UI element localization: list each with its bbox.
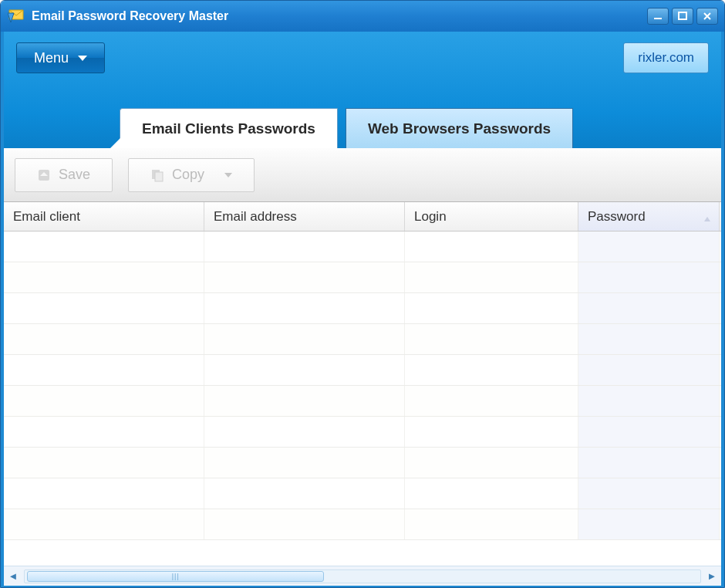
scroll-track[interactable]: ||| <box>24 569 701 583</box>
table-cell <box>204 324 405 354</box>
content-area: Save Copy Email clientEmail addressLogin… <box>1 148 724 588</box>
chevron-down-icon <box>78 56 87 61</box>
table-cell <box>405 417 578 447</box>
scroll-right-button[interactable]: ► <box>703 567 721 586</box>
site-link-label: rixler.com <box>638 50 694 66</box>
table-cell <box>405 448 578 478</box>
table-header: Email clientEmail addressLoginPassword <box>4 202 721 231</box>
table-row[interactable] <box>4 262 721 293</box>
table-cell <box>204 231 405 262</box>
table-cell <box>578 478 720 509</box>
chevron-down-icon <box>224 173 232 177</box>
column-header[interactable]: Login <box>405 202 578 231</box>
svg-marker-8 <box>704 217 710 221</box>
toolbar: Save Copy <box>4 148 721 202</box>
app-window: Email Password Recovery Master Menu rixl… <box>0 0 725 588</box>
table-cell <box>578 448 720 478</box>
column-header[interactable]: Email address <box>204 202 405 231</box>
table-cell <box>405 324 578 354</box>
table-cell <box>405 386 578 416</box>
table-cell <box>578 386 720 416</box>
scroll-left-button[interactable]: ◄ <box>4 567 22 586</box>
table-cell <box>578 231 720 262</box>
grip-icon: ||| <box>172 573 180 580</box>
table-cell <box>4 509 204 539</box>
table-cell <box>578 509 720 539</box>
window-title: Email Password Recovery Master <box>32 9 647 23</box>
column-header[interactable]: Email client <box>4 202 204 231</box>
table-cell <box>204 262 405 292</box>
site-link-button[interactable]: rixler.com <box>623 42 709 73</box>
table-cell <box>405 262 578 292</box>
titlebar: Email Password Recovery Master <box>1 1 724 32</box>
save-icon <box>37 168 51 182</box>
svg-rect-2 <box>654 18 662 19</box>
table-cell <box>204 355 405 385</box>
table-cell <box>4 448 204 478</box>
table-cell <box>578 293 720 323</box>
table-cell <box>405 231 578 262</box>
table-row[interactable] <box>4 448 721 478</box>
sort-indicator-icon <box>703 211 711 227</box>
table-row[interactable] <box>4 293 721 324</box>
close-button[interactable] <box>696 8 718 25</box>
tab-label: Web Browsers Passwords <box>368 120 551 137</box>
table-cell <box>578 262 720 292</box>
table-cell <box>4 417 204 447</box>
table-row[interactable] <box>4 386 721 417</box>
table-cell <box>405 509 578 539</box>
titlebar-controls <box>647 8 718 25</box>
table-cell <box>405 478 578 509</box>
table-cell <box>578 324 720 354</box>
scroll-thumb[interactable]: ||| <box>27 571 324 582</box>
table-cell <box>4 262 204 292</box>
table-cell <box>4 355 204 385</box>
header-panel: Menu rixler.com Email Clients Passwords … <box>1 32 724 148</box>
table-cell <box>578 355 720 385</box>
table-cell <box>204 478 405 509</box>
svg-rect-3 <box>679 12 686 19</box>
table-cell <box>204 293 405 323</box>
column-header[interactable]: Password <box>578 202 720 231</box>
tab-label: Email Clients Passwords <box>142 120 315 137</box>
table-cell <box>4 231 204 262</box>
table-row[interactable] <box>4 324 721 355</box>
menu-button[interactable]: Menu <box>16 42 105 73</box>
save-button-label: Save <box>59 167 90 183</box>
app-icon <box>7 7 25 25</box>
copy-icon <box>150 168 164 182</box>
tab-row: Email Clients Passwords Web Browsers Pas… <box>120 108 573 148</box>
table-row[interactable] <box>4 478 721 509</box>
tab-web-browsers[interactable]: Web Browsers Passwords <box>346 108 573 148</box>
table-row[interactable] <box>4 231 721 262</box>
table-cell <box>4 386 204 416</box>
table-cell <box>405 355 578 385</box>
svg-rect-7 <box>155 172 163 181</box>
table-cell <box>204 417 405 447</box>
table-cell <box>204 386 405 416</box>
table-row[interactable] <box>4 509 721 540</box>
copy-button-label: Copy <box>172 167 204 183</box>
copy-button[interactable]: Copy <box>128 158 255 192</box>
table-row[interactable] <box>4 417 721 448</box>
table-cell <box>578 417 720 447</box>
maximize-button[interactable] <box>672 8 693 25</box>
table-cell <box>4 478 204 509</box>
tab-email-clients[interactable]: Email Clients Passwords <box>120 108 338 148</box>
menu-button-label: Menu <box>34 50 69 66</box>
table-body <box>4 231 721 540</box>
table-cell <box>204 448 405 478</box>
table-cell <box>204 509 405 539</box>
table: Email clientEmail addressLoginPassword ◄… <box>4 202 721 586</box>
horizontal-scrollbar[interactable]: ◄ ||| ► <box>4 566 721 586</box>
minimize-button[interactable] <box>647 8 669 25</box>
table-cell <box>405 293 578 323</box>
table-row[interactable] <box>4 355 721 386</box>
save-button[interactable]: Save <box>15 158 113 192</box>
table-cell <box>4 293 204 323</box>
table-cell <box>4 324 204 354</box>
